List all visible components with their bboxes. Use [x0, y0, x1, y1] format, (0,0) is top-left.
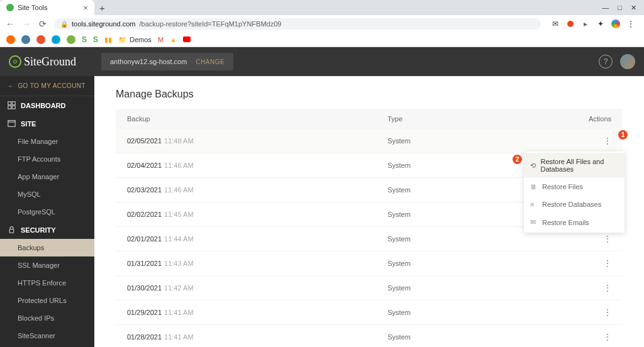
backup-cell: 02/02/202111:45 AM	[127, 211, 387, 218]
svg-rect-4	[8, 121, 15, 127]
type-cell: System	[387, 235, 574, 243]
backup-cell: 01/30/202111:42 AM	[127, 284, 387, 292]
bookmark-folder[interactable]: 📁 Demos	[118, 36, 152, 44]
sidebar-item-label: Backups	[18, 244, 44, 251]
sidebar-item-https-enforce[interactable]: HTTPS Enforce	[0, 274, 94, 292]
backup-date: 02/04/2021	[127, 162, 162, 169]
url-field[interactable]: 🔒 tools.siteground.com/backup-restore?si…	[54, 18, 541, 30]
menu-item-restore-all[interactable]: ⟲Restore All Files and Databases	[524, 153, 625, 178]
row-menu-icon[interactable]: ⋮	[603, 258, 611, 268]
site-selector[interactable]: anthonyw12.sg-host.com CHANGE	[101, 53, 233, 70]
sidebar-item-blocked-ips[interactable]: Blocked IPs	[0, 309, 94, 327]
forward-icon[interactable]: →	[21, 19, 31, 29]
backup-time: 11:46 AM	[164, 186, 193, 194]
bookmark-icon[interactable]	[183, 36, 191, 43]
sidebar-item-app-manager[interactable]: App Manager	[0, 168, 94, 185]
extension-icons: ✉ ▸ ✦ ⋮	[547, 19, 639, 28]
window-minimize-icon[interactable]: —	[602, 4, 609, 12]
bookmark-icon[interactable]: S	[82, 35, 87, 44]
sidebar-item-label: MySQL	[18, 190, 41, 198]
go-to-account-link[interactable]: ← GO TO MY ACCOUNT	[0, 76, 94, 96]
backup-date: 02/03/2021	[127, 186, 162, 194]
row-menu-icon[interactable]: ⋮	[603, 234, 611, 244]
sidebar-item-ssl-manager[interactable]: SSL Manager	[0, 256, 94, 274]
main-content: Manage Backups Backup Type Actions 02/05…	[94, 76, 644, 347]
backup-cell: 01/29/202111:41 AM	[127, 309, 387, 316]
ext-icon[interactable]: ▸	[581, 19, 590, 28]
sidebar-item-dashboard[interactable]: DASHBOARD	[0, 96, 94, 114]
ext-icon[interactable]	[566, 19, 575, 28]
sidebar-item-speed[interactable]: SPEED	[0, 344, 94, 347]
sidebar-item-protected-urls[interactable]: Protected URLs	[0, 292, 94, 309]
backup-date: 01/29/2021	[127, 309, 162, 316]
sidebar-item-postgresql[interactable]: PostgreSQL	[0, 203, 94, 221]
backup-time: 11:46 AM	[164, 162, 193, 169]
type-cell: System	[387, 309, 574, 316]
bookmark-icon[interactable]	[67, 35, 75, 44]
menu-item-restore-files[interactable]: 🗎Restore Files	[524, 178, 625, 196]
svg-rect-3	[12, 106, 15, 109]
change-site-button[interactable]: CHANGE	[196, 58, 225, 65]
browser-tab[interactable]: Site Tools ×	[0, 0, 94, 15]
sidebar-item-file-manager[interactable]: File Manager	[0, 133, 94, 150]
bookmark-icon[interactable]	[52, 35, 60, 44]
sidebar-item-backups[interactable]: Backups	[0, 239, 94, 256]
sidebar-item-ftp-accounts[interactable]: FTP Accounts	[0, 150, 94, 168]
backup-cell: 02/03/202111:46 AM	[127, 186, 387, 194]
backup-time: 11:41 AM	[164, 309, 193, 316]
bookmark-icon[interactable]	[21, 35, 30, 44]
extensions-icon[interactable]: ✦	[596, 19, 605, 28]
bookmark-icon[interactable]	[36, 35, 45, 44]
sidebar-item-security[interactable]: SECURITY	[0, 221, 94, 239]
table-row: 01/30/202111:42 AMSystem⋮	[116, 276, 623, 300]
logo[interactable]: SiteGround	[9, 55, 76, 69]
backup-time: 11:42 AM	[164, 284, 193, 292]
window-maximize-icon[interactable]: □	[618, 4, 622, 12]
menu-item-restore-emails[interactable]: ✉Restore Emails	[524, 213, 625, 231]
sidebar-item-site[interactable]: SITE	[0, 114, 94, 133]
bookmark-icon[interactable]: ▮▮	[104, 36, 112, 44]
row-menu-icon[interactable]: ⋮	[603, 283, 611, 293]
menu-icon[interactable]: ⋮	[626, 19, 635, 28]
page-title: Manage Backups	[116, 89, 623, 100]
menu-item-label: Restore Files	[542, 183, 583, 190]
row-menu-icon[interactable]: ⋮	[603, 332, 611, 342]
backup-date: 02/01/2021	[127, 235, 162, 243]
sidebar-item-mysql[interactable]: MySQL	[0, 185, 94, 203]
col-type: Type	[387, 115, 574, 123]
sidebar-item-label: FTP Accounts	[18, 155, 60, 163]
ext-icon[interactable]: ✉	[551, 19, 560, 28]
table-row: 02/05/202111:48 AMSystem⋮1⟲Restore All F…	[116, 129, 623, 153]
tab-close-icon[interactable]: ×	[83, 3, 88, 13]
back-icon[interactable]: ←	[5, 19, 15, 29]
profile-icon[interactable]	[611, 19, 620, 28]
bookmark-icon[interactable]: ▲	[170, 36, 177, 43]
actions-cell: ⋮	[574, 333, 611, 341]
backup-cell: 02/04/202111:46 AM	[127, 162, 387, 169]
new-tab-button[interactable]: +	[94, 3, 110, 13]
backup-time: 11:43 AM	[164, 260, 193, 267]
type-cell: System	[387, 260, 574, 267]
bookmark-icon[interactable]: S	[93, 35, 98, 44]
reload-icon[interactable]: ⟳	[38, 19, 48, 29]
menu-item-restore-databases[interactable]: ≡Restore Databases	[524, 196, 625, 213]
logo-icon	[9, 55, 21, 68]
brand-text: SiteGround	[24, 55, 76, 69]
backup-date: 02/02/2021	[127, 211, 162, 218]
user-avatar[interactable]	[620, 54, 635, 69]
row-menu-icon[interactable]: ⋮	[603, 136, 611, 146]
sidebar-item-sitescanner[interactable]: SiteScanner	[0, 327, 94, 344]
backup-date: 01/30/2021	[127, 284, 162, 292]
row-menu-icon[interactable]: ⋮	[603, 307, 611, 317]
bookmark-icon[interactable]: M	[158, 36, 164, 43]
site-host: anthonyw12.sg-host.com	[110, 58, 187, 65]
help-icon[interactable]: ?	[599, 55, 613, 69]
bookmark-icon[interactable]	[6, 35, 15, 44]
browser-chrome: Site Tools × + — □ ✕ ← → ⟳ 🔒 tools.siteg…	[0, 0, 644, 47]
backup-cell: 02/01/202111:44 AM	[127, 235, 387, 243]
sidebar-item-label: SECURITY	[21, 226, 56, 234]
tab-title: Site Tools	[18, 4, 48, 11]
sidebar-item-label: SITE	[21, 120, 36, 128]
row-actions-menu: ⟲Restore All Files and Databases🗎Restore…	[524, 151, 625, 233]
window-close-icon[interactable]: ✕	[631, 4, 636, 12]
